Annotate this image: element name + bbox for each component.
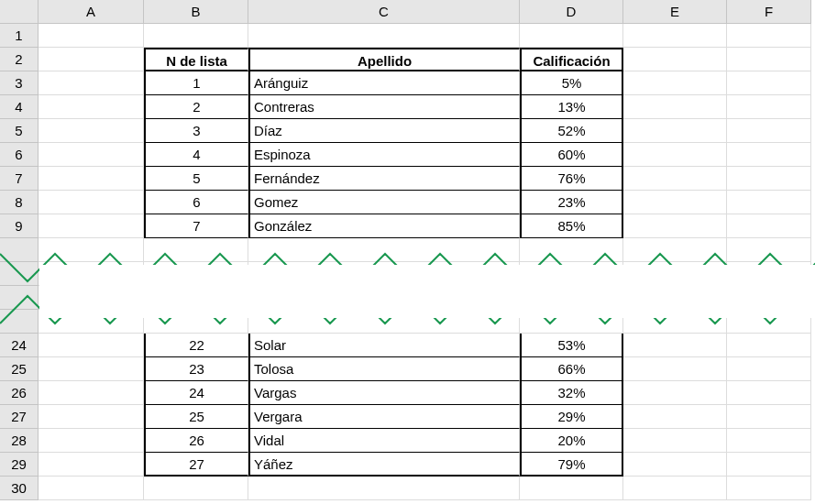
cell[interactable] (520, 477, 623, 500)
table-cell-calificacion[interactable]: 79% (520, 453, 623, 477)
cell[interactable] (623, 238, 727, 262)
table-header-apellido[interactable]: Apellido (248, 48, 520, 71)
cell[interactable] (520, 238, 623, 262)
table-cell-calificacion[interactable]: 66% (520, 357, 623, 381)
table-cell-apellido[interactable]: Díaz (248, 119, 520, 143)
cell[interactable] (623, 334, 727, 357)
cell[interactable] (520, 286, 623, 310)
cell[interactable] (727, 191, 811, 214)
column-header-C[interactable]: C (248, 0, 520, 24)
table-cell-calificacion[interactable]: 52% (520, 119, 623, 143)
table-cell-calificacion[interactable]: 76% (520, 167, 623, 191)
column-header-A[interactable]: A (39, 0, 144, 24)
cell[interactable] (727, 381, 811, 405)
row-header[interactable]: 5 (0, 119, 39, 143)
cell[interactable] (623, 405, 727, 429)
cell[interactable] (520, 262, 623, 286)
table-cell-n[interactable]: 24 (144, 381, 248, 405)
cell[interactable] (248, 24, 520, 48)
row-header[interactable]: 2 (0, 48, 39, 71)
cell[interactable] (623, 477, 727, 500)
table-cell-apellido[interactable]: Gomez (248, 191, 520, 214)
row-header[interactable]: 1 (0, 24, 39, 48)
cell[interactable] (727, 357, 811, 381)
cell[interactable] (39, 286, 144, 310)
row-header[interactable]: 30 (0, 477, 39, 500)
column-header-B[interactable]: B (144, 0, 248, 24)
cell[interactable] (727, 238, 811, 262)
cell[interactable] (623, 119, 727, 143)
table-cell-apellido[interactable]: Vergara (248, 405, 520, 429)
cell[interactable] (39, 310, 144, 334)
table-cell-n[interactable]: 1 (144, 71, 248, 95)
row-header[interactable]: 6 (0, 143, 39, 167)
row-header[interactable] (0, 310, 39, 334)
cell[interactable] (144, 310, 248, 334)
cell[interactable] (144, 262, 248, 286)
table-cell-n[interactable]: 4 (144, 143, 248, 167)
cell[interactable] (39, 214, 144, 238)
table-cell-apellido[interactable]: Vargas (248, 381, 520, 405)
cell[interactable] (727, 477, 811, 500)
spreadsheet-grid[interactable]: ABCDEF12N de listaApellidoCalificación31… (0, 0, 815, 500)
cell[interactable] (39, 95, 144, 119)
cell[interactable] (623, 429, 727, 453)
cell[interactable] (39, 119, 144, 143)
table-cell-apellido[interactable]: Aránguiz (248, 71, 520, 95)
table-cell-n[interactable]: 5 (144, 167, 248, 191)
cell[interactable] (623, 214, 727, 238)
cell[interactable] (39, 405, 144, 429)
table-cell-calificacion[interactable]: 13% (520, 95, 623, 119)
row-header[interactable]: 24 (0, 334, 39, 357)
table-cell-n[interactable]: 25 (144, 405, 248, 429)
cell[interactable] (39, 429, 144, 453)
cell[interactable] (727, 405, 811, 429)
cell[interactable] (39, 24, 144, 48)
table-header-calificacion[interactable]: Calificación (520, 48, 623, 71)
cell[interactable] (727, 429, 811, 453)
cell[interactable] (623, 453, 727, 477)
row-header[interactable] (0, 238, 39, 262)
table-cell-calificacion[interactable]: 60% (520, 143, 623, 167)
table-cell-apellido[interactable]: Solar (248, 334, 520, 357)
row-header[interactable] (0, 262, 39, 286)
table-cell-apellido[interactable]: Fernández (248, 167, 520, 191)
table-cell-calificacion[interactable]: 23% (520, 191, 623, 214)
cell[interactable] (623, 286, 727, 310)
table-cell-n[interactable]: 3 (144, 119, 248, 143)
cell[interactable] (623, 24, 727, 48)
cell[interactable] (623, 167, 727, 191)
cell[interactable] (248, 286, 520, 310)
cell[interactable] (39, 262, 144, 286)
cell[interactable] (39, 71, 144, 95)
table-cell-calificacion[interactable]: 85% (520, 214, 623, 238)
cell[interactable] (623, 71, 727, 95)
cell[interactable] (727, 167, 811, 191)
cell[interactable] (623, 262, 727, 286)
cell[interactable] (727, 24, 811, 48)
cell[interactable] (623, 95, 727, 119)
table-cell-n[interactable]: 6 (144, 191, 248, 214)
table-cell-apellido[interactable]: Espinoza (248, 143, 520, 167)
cell[interactable] (623, 143, 727, 167)
cell[interactable] (248, 238, 520, 262)
row-header[interactable]: 8 (0, 191, 39, 214)
column-header-E[interactable]: E (623, 0, 727, 24)
cell[interactable] (39, 191, 144, 214)
cell[interactable] (727, 71, 811, 95)
table-cell-n[interactable]: 22 (144, 334, 248, 357)
cell[interactable] (39, 143, 144, 167)
cell[interactable] (39, 48, 144, 71)
cell[interactable] (39, 453, 144, 477)
table-cell-calificacion[interactable]: 32% (520, 381, 623, 405)
column-header-F[interactable]: F (727, 0, 811, 24)
cell[interactable] (623, 191, 727, 214)
cell[interactable] (520, 24, 623, 48)
cell[interactable] (39, 238, 144, 262)
cell[interactable] (39, 357, 144, 381)
cell[interactable] (248, 262, 520, 286)
cell[interactable] (39, 381, 144, 405)
cell[interactable] (144, 286, 248, 310)
row-header[interactable]: 27 (0, 405, 39, 429)
table-cell-n[interactable]: 27 (144, 453, 248, 477)
